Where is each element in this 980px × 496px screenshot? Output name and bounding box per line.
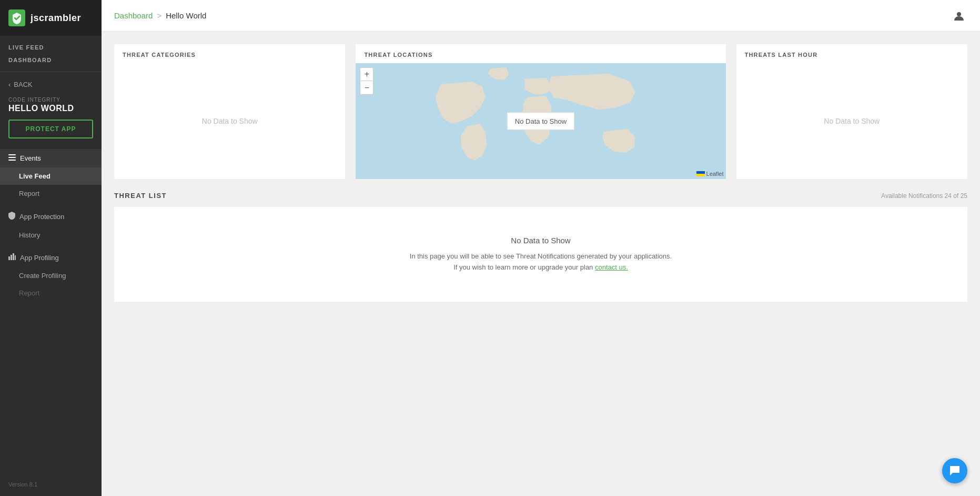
sidebar-section-events-header[interactable]: Events (0, 149, 102, 167)
sidebar-section-app-profiling-label: App Profiling (20, 254, 59, 262)
sidebar-link-live-feed[interactable]: LIVE FEED (8, 42, 93, 53)
breadcrumb-separator: > (157, 11, 161, 20)
sidebar-link-dashboard[interactable]: DASHBOARD (8, 55, 93, 65)
user-icon[interactable] (951, 7, 967, 24)
svg-rect-7 (15, 255, 16, 260)
sidebar-section-events: Events Live Feed Report (0, 147, 102, 204)
threat-list-no-data-text: No Data to Show (511, 236, 570, 245)
svg-rect-5 (11, 255, 12, 260)
breadcrumb-dashboard-link[interactable]: Dashboard (114, 11, 153, 20)
threat-categories-title: THREAT CATEGORIES (114, 44, 345, 63)
leaflet-label[interactable]: Leaflet (706, 171, 724, 177)
chat-bubble-button[interactable] (942, 458, 967, 483)
threat-locations-map: + − No Data to Show Leaflet (356, 63, 725, 179)
threats-last-hour-card: THREATS LAST HOUR No Data to Show (736, 44, 967, 179)
threat-list-description: In this page you will be able to see Thr… (410, 251, 672, 273)
sidebar-item-history[interactable]: History (0, 226, 102, 244)
list-icon (8, 154, 16, 162)
breadcrumb-current-page: Hello World (166, 11, 206, 20)
main-content: Dashboard > Hello World THREAT CATEGORIE… (102, 0, 980, 496)
jscrambler-logo-icon (8, 9, 25, 26)
map-zoom-out-button[interactable]: − (360, 81, 373, 95)
threat-locations-title: THREAT LOCATIONS (356, 44, 725, 63)
sidebar-item-profiling-report: Report (0, 284, 102, 302)
sidebar-item-report[interactable]: Report (0, 185, 102, 202)
leaflet-flag-icon (696, 171, 705, 176)
back-arrow-icon: ‹ (8, 81, 11, 88)
threat-list-desc-line2: If you wish to learn more or upgrade you… (453, 263, 593, 271)
back-label: BACK (14, 81, 32, 88)
sidebar-back-button[interactable]: ‹ BACK (0, 76, 102, 93)
threat-cards-row: THREAT CATEGORIES No Data to Show THREAT… (114, 44, 967, 179)
available-notifications-badge: Available Notifications 24 of 25 (881, 192, 967, 200)
sidebar-section-app-protection-label: App Protection (19, 213, 64, 221)
protect-app-button[interactable]: PROTECT APP (8, 120, 93, 138)
svg-rect-1 (8, 154, 16, 155)
threat-categories-no-data: No Data to Show (202, 117, 258, 125)
svg-rect-4 (8, 256, 10, 260)
threat-list-desc-line1: In this page you will be able to see Thr… (410, 252, 672, 260)
sidebar-logo[interactable]: jscrambler (0, 0, 102, 36)
sidebar-app-section: CODE INTEGRITY HELLO WORLD (0, 93, 102, 120)
threat-list-section: THREAT LIST Available Notifications 24 o… (114, 192, 967, 302)
sidebar-section-app-protection: App Protection History (0, 204, 102, 246)
header: Dashboard > Hello World (102, 0, 980, 32)
bar-chart-icon (8, 253, 16, 262)
threat-categories-card: THREAT CATEGORIES No Data to Show (114, 44, 345, 179)
sidebar-section-app-profiling-header[interactable]: App Profiling (0, 248, 102, 267)
threat-categories-body: No Data to Show (114, 63, 345, 179)
map-leaflet-attribution: Leaflet (696, 171, 724, 177)
sidebar-section-app-profiling: App Profiling Create Profiling Report (0, 246, 102, 304)
map-zoom-controls: + − (360, 67, 373, 95)
svg-rect-3 (8, 160, 16, 161)
threat-list-title: THREAT LIST (114, 192, 167, 200)
contact-us-link[interactable]: contact us. (595, 263, 628, 271)
shield-icon (8, 212, 15, 221)
threat-locations-card: THREAT LOCATIONS (356, 44, 725, 179)
sidebar: jscrambler LIVE FEED DASHBOARD ‹ BACK CO… (0, 0, 102, 496)
threat-list-header: THREAT LIST Available Notifications 24 o… (114, 192, 967, 200)
threat-locations-no-data: No Data to Show (507, 113, 574, 130)
threats-last-hour-body: No Data to Show (736, 63, 967, 179)
threats-last-hour-no-data: No Data to Show (824, 117, 880, 125)
content-area: THREAT CATEGORIES No Data to Show THREAT… (102, 32, 980, 496)
sidebar-section-app-protection-header[interactable]: App Protection (0, 206, 102, 226)
sidebar-top-nav: LIVE FEED DASHBOARD (0, 36, 102, 67)
threats-last-hour-title: THREATS LAST HOUR (736, 44, 967, 63)
sidebar-app-label: CODE INTEGRITY (8, 97, 93, 103)
breadcrumb: Dashboard > Hello World (114, 11, 206, 20)
sidebar-app-name: HELLO WORLD (8, 104, 93, 113)
sidebar-item-live-feed[interactable]: Live Feed (0, 167, 102, 185)
svg-point-8 (957, 12, 961, 16)
sidebar-item-create-profiling[interactable]: Create Profiling (0, 267, 102, 284)
map-zoom-in-button[interactable]: + (360, 67, 373, 81)
app-name: jscrambler (31, 13, 81, 24)
sidebar-version: Version 8.1 (0, 473, 102, 496)
svg-rect-6 (13, 253, 14, 260)
sidebar-section-events-label: Events (20, 154, 41, 162)
threat-list-body: No Data to Show In this page you will be… (114, 207, 967, 302)
svg-rect-2 (8, 157, 16, 158)
